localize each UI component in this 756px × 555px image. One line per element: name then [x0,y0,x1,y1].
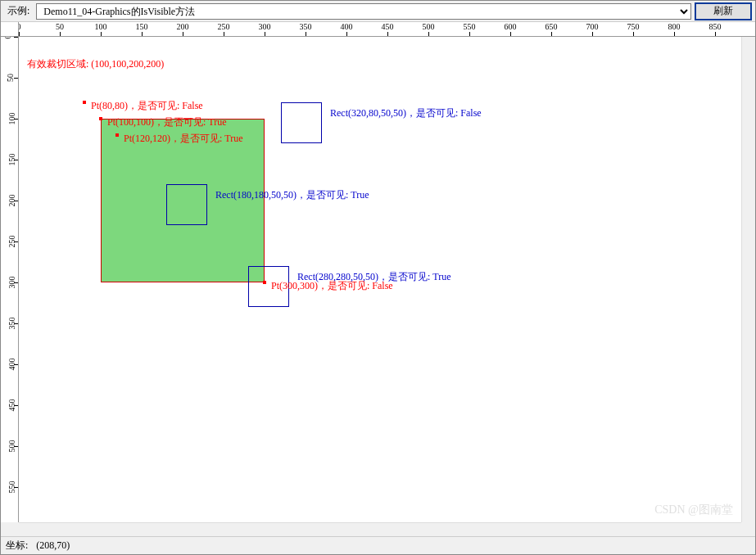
main-row: 050100150200250300350400450500550 CSDN @… [1,37,755,522]
app-window: 示例: Demo11_04-Graphics的IsVisible方法 刷新 05… [0,0,756,555]
h-ruler-tick: 750 [627,22,640,31]
point-label: Pt(100,100)，是否可见: True [107,115,227,129]
ruler-corner-right [741,22,755,37]
watermark: CSDN @图南堂 [654,503,733,517]
test-point [83,101,86,104]
demo-label: 示例: [4,4,33,18]
v-ruler-tick: 0 [3,37,12,39]
point-label: Pt(120,120)，是否可见: True [124,132,243,146]
h-ruler-tick: 850 [709,22,722,31]
h-ruler-tick: 200 [177,22,189,31]
point-label: Pt(80,80)，是否可见: False [91,99,203,113]
h-ruler-tick: 400 [341,22,353,31]
toolbar: 示例: Demo11_04-Graphics的IsVisible方法 刷新 [1,1,755,22]
statusbar: 坐标: (208,70) [1,536,755,554]
refresh-button[interactable]: 刷新 [695,2,752,20]
demo-select[interactable]: Demo11_04-Graphics的IsVisible方法 [36,3,691,20]
drawing-canvas[interactable]: CSDN @图南堂 有效裁切区域: (100,100,200,200)Rect(… [19,37,741,522]
h-scroll-row [1,522,755,536]
test-rect [281,102,322,143]
h-ruler-tick: 800 [668,22,681,31]
test-point [115,133,119,137]
point-label: Pt(300,300)，是否可见: False [271,279,393,293]
vertical-scrollbar[interactable] [741,37,755,522]
rect-label: Rect(320,80,50,50)，是否可见: False [330,106,482,120]
rect-label: Rect(180,180,50,50)，是否可见: True [215,188,369,202]
h-ruler-tick: 100 [95,22,107,31]
h-ruler-tick: 50 [56,22,64,31]
test-point [99,117,102,120]
ruler-row: 0501001502002503003504004505005506006507… [1,22,755,37]
h-ruler-tick: 700 [586,22,599,31]
h-ruler-tick: 300 [259,22,271,31]
test-rect [166,184,207,225]
h-ruler-tick: 150 [136,22,148,31]
h-ruler-tick: 550 [464,22,476,31]
scroll-corner-right [741,522,755,536]
ruler-corner [1,22,19,37]
h-ruler-tick: 500 [423,22,435,31]
clip-region-label: 有效裁切区域: (100,100,200,200) [27,57,164,71]
vertical-ruler: 050100150200250300350400450500550 [1,37,19,522]
h-ruler-tick: 450 [382,22,394,31]
coord-value: (208,70) [36,539,70,552]
h-ruler-tick: 250 [218,22,230,31]
test-point [263,281,266,284]
h-ruler-tick: 0 [19,22,21,31]
h-ruler-tick: 650 [545,22,558,31]
h-ruler-tick: 350 [300,22,312,31]
horizontal-scrollbar[interactable] [19,522,741,536]
v-ruler-tick: 50 [6,74,15,82]
coord-label: 坐标: [6,539,28,553]
scroll-corner-left [1,522,19,536]
horizontal-ruler: 0501001502002503003504004505005506006507… [19,22,741,37]
h-ruler-tick: 600 [505,22,517,31]
